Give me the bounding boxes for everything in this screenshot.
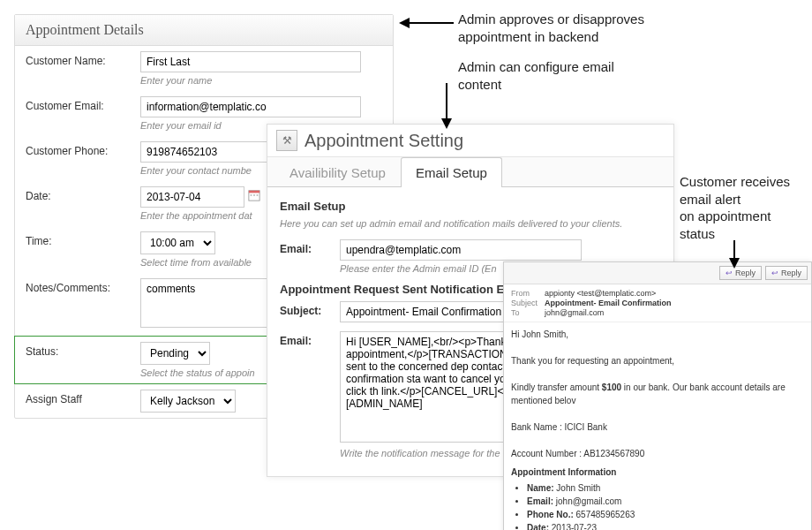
status-select[interactable]: Pending	[140, 342, 210, 365]
label-admin-email: Email:	[280, 239, 340, 255]
svg-rect-1	[249, 191, 259, 193]
svg-rect-3	[253, 194, 255, 196]
label-subject: Subject:	[280, 301, 340, 317]
calendar-icon[interactable]	[248, 189, 260, 201]
label-customer-phone: Customer Phone:	[26, 141, 140, 157]
svg-marker-6	[399, 18, 410, 28]
header-subject-value: Appointment- Email Confirmation	[545, 299, 672, 307]
panel-title: Appointment Details	[15, 15, 393, 46]
email-headers: Fromappionty <test@templatic.com> Subjec…	[504, 284, 811, 322]
arrow-icon	[399, 12, 455, 34]
email-info-list: Name: John Smith Email: john@gmail.com P…	[511, 481, 804, 530]
section-title: Email Setup	[280, 200, 661, 213]
reply-icon: ↩	[771, 269, 778, 277]
svg-rect-4	[257, 194, 259, 196]
tools-icon: ⚒	[276, 130, 297, 151]
tab-availability[interactable]: Availibility Setup	[274, 157, 401, 187]
reply-button[interactable]: ↩Reply	[719, 266, 762, 280]
arrow-icon	[436, 81, 457, 129]
settings-header: ⚒ Appointment Setting	[267, 125, 673, 157]
callout-approve: Admin approves or disapprovesappointment…	[458, 11, 644, 45]
email-preview: ↩Reply ↩Reply Fromappionty <test@templat…	[503, 261, 812, 530]
email-line-transfer: Kindly transfer amount $100 in our bank.…	[511, 381, 804, 407]
email-account-number: Account Number : AB1234567890	[511, 447, 804, 460]
hint-customer-name: Enter your name	[140, 75, 382, 86]
email-info-heading: Appointment Information	[511, 466, 804, 479]
reply-button-2[interactable]: ↩Reply	[765, 266, 808, 280]
email-line-thanks: Thank you for requesting an appointment,	[511, 354, 804, 367]
callout-customer: Customer receivesemail alerton appointme…	[680, 173, 790, 242]
tab-email-setup[interactable]: Email Setup	[401, 157, 502, 187]
list-item: Email: john@gmail.com	[527, 495, 804, 508]
label-email-body: Email:	[280, 331, 340, 347]
label-notes: Notes/Comments:	[26, 278, 140, 294]
customer-name-input[interactable]	[140, 51, 361, 72]
email-bank-name: Bank Name : ICICI Bank	[511, 420, 804, 434]
header-from-value: appionty <test@templatic.com>	[545, 289, 656, 298]
list-item: Date: 2013-07-23	[527, 521, 804, 530]
email-body: Hi John Smith, Thank you for requesting …	[504, 322, 811, 530]
email-toolbar: ↩Reply ↩Reply	[504, 262, 811, 284]
settings-title: Appointment Setting	[304, 131, 463, 151]
date-input[interactable]	[140, 186, 244, 208]
admin-email-input[interactable]	[340, 239, 582, 261]
section-desc: Here you can set up admin email and noti…	[280, 218, 661, 229]
label-time: Time:	[26, 231, 140, 247]
label-date: Date:	[26, 186, 140, 202]
callout-configure: Admin can configure emailcontent	[458, 58, 614, 93]
label-customer-name: Customer Name:	[26, 51, 140, 67]
label-status: Status:	[26, 342, 140, 358]
assign-staff-select[interactable]: Kelly Jackson	[140, 390, 236, 413]
list-item: Name: John Smith	[527, 481, 804, 495]
header-to-label: To	[511, 308, 545, 317]
list-item: Phone No.: 657485965263	[527, 508, 804, 521]
reply-icon: ↩	[726, 269, 733, 277]
time-select[interactable]: 10:00 am	[140, 231, 215, 254]
header-from-label: From	[511, 289, 545, 298]
svg-rect-2	[251, 194, 252, 196]
settings-tabs: Availibility Setup Email Setup	[267, 157, 673, 187]
customer-email-input[interactable]	[140, 96, 361, 117]
header-subject-label: Subject	[511, 299, 545, 307]
label-customer-email: Customer Email:	[26, 96, 140, 112]
label-assign-staff: Assign Staff	[26, 390, 140, 405]
email-greeting: Hi John Smith,	[511, 328, 804, 341]
header-to-value: john@gmail.com	[545, 308, 604, 317]
row-customer-name: Customer Name: Enter your name	[15, 46, 393, 91]
